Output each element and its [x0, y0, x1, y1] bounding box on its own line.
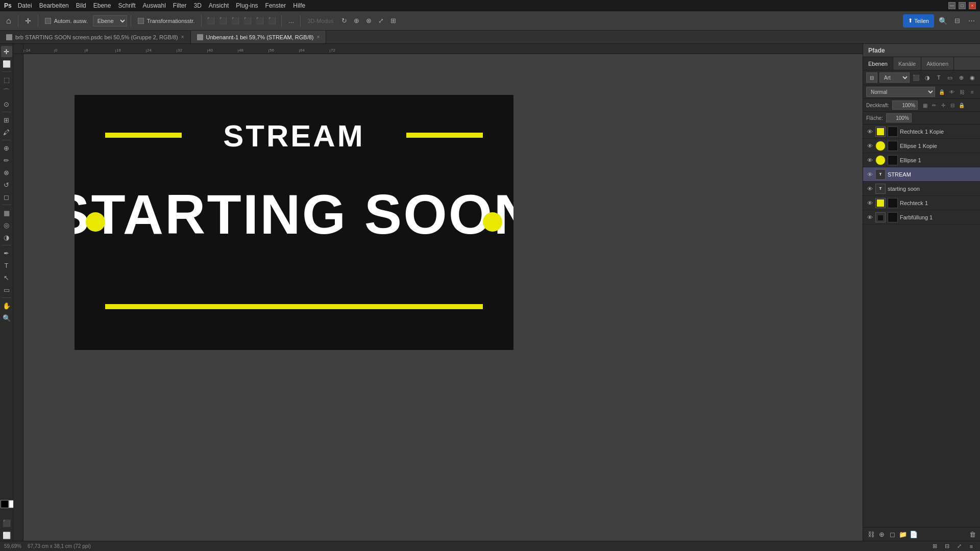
- new-group-button[interactable]: 📁: [898, 530, 908, 539]
- crop-tool[interactable]: ⊞: [1, 114, 12, 126]
- menu-ansicht[interactable]: Ansicht: [209, 2, 229, 9]
- link-layers-button[interactable]: ⛓: [866, 530, 875, 539]
- layer-smart-filter[interactable]: ⊕: [957, 73, 966, 82]
- fill-input[interactable]: [886, 113, 912, 122]
- canvas-viewport[interactable]: STREAM STARTING SOON: [23, 54, 863, 541]
- transformations-checkbox[interactable]: Transformationsstr.: [135, 14, 198, 28]
- visibility-icon[interactable]: 👁: [947, 87, 957, 96]
- link-icon[interactable]: ⛓: [958, 87, 967, 96]
- tab-stream-close[interactable]: ×: [317, 34, 320, 40]
- quick-mask-button[interactable]: ⬛: [1, 517, 12, 529]
- menu-plugins[interactable]: Plug-ins: [236, 2, 258, 9]
- settings-button[interactable]: ⋯: [966, 15, 977, 27]
- minimize-button[interactable]: —: [948, 2, 955, 9]
- home-button[interactable]: ⌂: [3, 14, 14, 28]
- tab-brb-close[interactable]: ×: [181, 34, 184, 40]
- lock-position-button[interactable]: ✛: [939, 101, 947, 109]
- toolbar-icon-1[interactable]: ↻: [338, 15, 350, 27]
- layer-item-startingsoon[interactable]: 👁 T starting soon: [863, 182, 980, 196]
- status-transform-button[interactable]: ⤢: [954, 542, 964, 551]
- menu-filter[interactable]: Filter: [173, 2, 187, 9]
- toolbar-icon-2[interactable]: ⊕: [351, 15, 362, 27]
- layer-filter-toggle[interactable]: ◉: [968, 73, 977, 82]
- filter-kind-dropdown[interactable]: Art: [879, 72, 910, 83]
- healing-tool[interactable]: ⊕: [1, 142, 12, 154]
- history-brush-tool[interactable]: ↺: [1, 179, 12, 190]
- layer-shape-filter[interactable]: ▭: [945, 73, 954, 82]
- align-right-button[interactable]: ⬛: [230, 15, 241, 27]
- visibility-icon-4[interactable]: 👁: [866, 185, 873, 192]
- layer-item-stream[interactable]: 👁 T STREAM: [863, 167, 980, 182]
- menu-fenster[interactable]: Fenster: [265, 2, 286, 9]
- layer-dropdown[interactable]: Ebene Gruppe: [93, 15, 127, 27]
- align-middle-v-button[interactable]: ⬛: [254, 15, 265, 27]
- design-canvas[interactable]: STREAM STARTING SOON: [75, 95, 513, 350]
- status-grid-button[interactable]: ⊞: [930, 542, 939, 551]
- screen-mode-button[interactable]: ⬜: [1, 530, 12, 541]
- align-top-button[interactable]: ⬛: [242, 15, 253, 27]
- toolbar-icon-5[interactable]: ⊞: [387, 15, 399, 27]
- 3d-mode-button[interactable]: 3D-Modus: [304, 14, 336, 28]
- layer-pixel-filter[interactable]: ⬛: [912, 73, 921, 82]
- layer-item-farbfuellung1[interactable]: 👁 Farbfüllung 1: [863, 210, 980, 224]
- hand-tool[interactable]: ✋: [1, 300, 12, 311]
- tab-aktionen[interactable]: Aktionen: [921, 57, 954, 70]
- delete-layer-button[interactable]: 🗑: [968, 530, 977, 539]
- marquee-tool[interactable]: ⬚: [1, 74, 12, 85]
- lock-all-icon[interactable]: 🔒: [937, 87, 946, 96]
- more-options-icon[interactable]: ≡: [968, 87, 977, 96]
- blend-mode-dropdown[interactable]: Normal: [866, 87, 935, 97]
- menu-ebene[interactable]: Ebene: [93, 2, 111, 9]
- status-more-button[interactable]: ≡: [967, 542, 976, 551]
- tab-kanaele[interactable]: Kanäle: [893, 57, 921, 70]
- tab-ebenen[interactable]: Ebenen: [863, 57, 893, 70]
- lock-artboard-button[interactable]: ⊟: [948, 101, 957, 109]
- path-select-tool[interactable]: ↖: [1, 272, 12, 283]
- move-tool[interactable]: ✛: [1, 46, 12, 57]
- more-options-button[interactable]: ...: [285, 15, 297, 27]
- menu-auswahl[interactable]: Auswahl: [142, 2, 165, 9]
- layer-adjust-filter[interactable]: ◑: [923, 73, 932, 82]
- auto-select-checkbox[interactable]: Autom. ausw.: [42, 14, 91, 28]
- visibility-icon-0[interactable]: 👁: [866, 128, 873, 135]
- menu-datei[interactable]: Datei: [18, 2, 32, 9]
- layer-item-ellipse1[interactable]: 👁 Ellipse 1: [863, 153, 980, 167]
- add-style-button[interactable]: ⊕: [877, 530, 886, 539]
- dodge-tool[interactable]: ◑: [1, 232, 12, 243]
- maximize-button[interactable]: □: [959, 2, 966, 9]
- align-center-h-button[interactable]: ⬛: [217, 15, 229, 27]
- align-left-button[interactable]: ⬛: [205, 15, 216, 27]
- toolbar-icon-3[interactable]: ⊗: [363, 15, 374, 27]
- visibility-icon-1[interactable]: 👁: [866, 142, 873, 149]
- visibility-icon-6[interactable]: 👁: [866, 214, 873, 221]
- pen-tool[interactable]: ✒: [1, 247, 12, 259]
- lock-transparent-button[interactable]: ▦: [921, 101, 929, 109]
- layer-item-rechteck1kopie[interactable]: 👁 Rechteck 1 Kopie: [863, 124, 980, 139]
- eraser-tool[interactable]: ◻: [1, 191, 12, 203]
- menu-bild[interactable]: Bild: [76, 2, 86, 9]
- gradient-tool[interactable]: ▦: [1, 207, 12, 218]
- menu-3d[interactable]: 3D: [194, 2, 202, 9]
- layer-item-rechteck1[interactable]: 👁 Rechteck 1: [863, 196, 980, 210]
- brush-tool[interactable]: ✏: [1, 155, 12, 166]
- layer-type-filter[interactable]: T: [934, 73, 943, 82]
- arrange-button[interactable]: ⊟: [951, 15, 963, 27]
- clone-tool[interactable]: ⊗: [1, 167, 12, 178]
- visibility-icon-5[interactable]: 👁: [866, 199, 873, 207]
- move-tool-button[interactable]: ✛: [22, 14, 34, 28]
- tab-brb[interactable]: brb STARTING SOON screen.psdc bei 50,5% …: [0, 31, 191, 43]
- zoom-tool[interactable]: 🔍: [1, 312, 12, 323]
- menu-hilfe[interactable]: Hilfe: [293, 2, 305, 9]
- layer-filter-kind[interactable]: ⊟: [866, 72, 877, 83]
- search-button[interactable]: 🔍: [937, 15, 948, 27]
- visibility-icon-2[interactable]: 👁: [866, 157, 873, 164]
- eyedropper-tool[interactable]: 🖍: [1, 127, 12, 138]
- share-button[interactable]: ⬆ Teilen: [903, 14, 934, 28]
- toolbar-icon-4[interactable]: ⤢: [375, 15, 386, 27]
- blur-tool[interactable]: ◎: [1, 219, 12, 231]
- align-bottom-button[interactable]: ⬛: [266, 15, 278, 27]
- quick-select-tool[interactable]: ⊙: [1, 98, 12, 110]
- lock-pixels-button[interactable]: ✏: [930, 101, 938, 109]
- artboard-tool[interactable]: ⬜: [1, 58, 12, 69]
- add-mask-button[interactable]: ◻: [888, 530, 897, 539]
